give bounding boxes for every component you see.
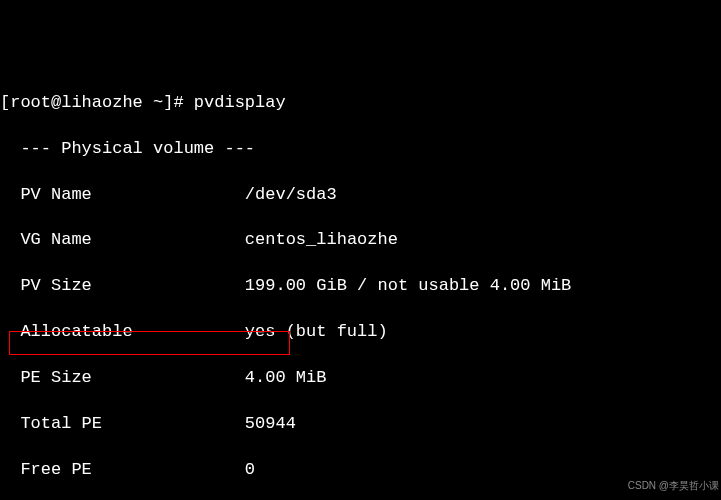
pv1-allocatable-row: Allocatable yes (but full)	[0, 321, 721, 344]
pv1-freepe-label: Free PE	[0, 460, 92, 479]
pv1-pvsize-label: PV Size	[0, 276, 92, 295]
pv1-allocatable-value: yes (but full)	[245, 322, 388, 341]
pv1-name-value: /dev/sda3	[245, 185, 337, 204]
watermark-text: CSDN @李昊哲小课	[628, 479, 719, 493]
pv1-totalpe-label: Total PE	[0, 414, 102, 433]
pv1-pesize-label: PE Size	[0, 368, 92, 387]
pv1-freepe-value: 0	[245, 460, 255, 479]
pv1-header: --- Physical volume ---	[0, 138, 721, 161]
pv1-totalpe-value: 50944	[245, 414, 296, 433]
pv1-vgname-row: VG Name centos_lihaozhe	[0, 229, 721, 252]
pv1-totalpe-row: Total PE 50944	[0, 413, 721, 436]
pv1-allocatable-label: Allocatable	[0, 322, 133, 341]
pv1-pvsize-row: PV Size 199.00 GiB / not usable 4.00 MiB	[0, 275, 721, 298]
pv1-pesize-row: PE Size 4.00 MiB	[0, 367, 721, 390]
pv1-freepe-row: Free PE 0	[0, 459, 721, 482]
pv1-vgname-label: VG Name	[0, 230, 92, 249]
pv1-pvsize-value: 199.00 GiB / not usable 4.00 MiB	[245, 276, 571, 295]
terminal-prompt: [root@lihaozhe ~]# pvdisplay	[0, 92, 721, 115]
pv1-vgname-value: centos_lihaozhe	[245, 230, 398, 249]
pv1-pesize-value: 4.00 MiB	[245, 368, 327, 387]
pv1-name-row: PV Name /dev/sda3	[0, 184, 721, 207]
pv1-name-label: PV Name	[0, 185, 92, 204]
